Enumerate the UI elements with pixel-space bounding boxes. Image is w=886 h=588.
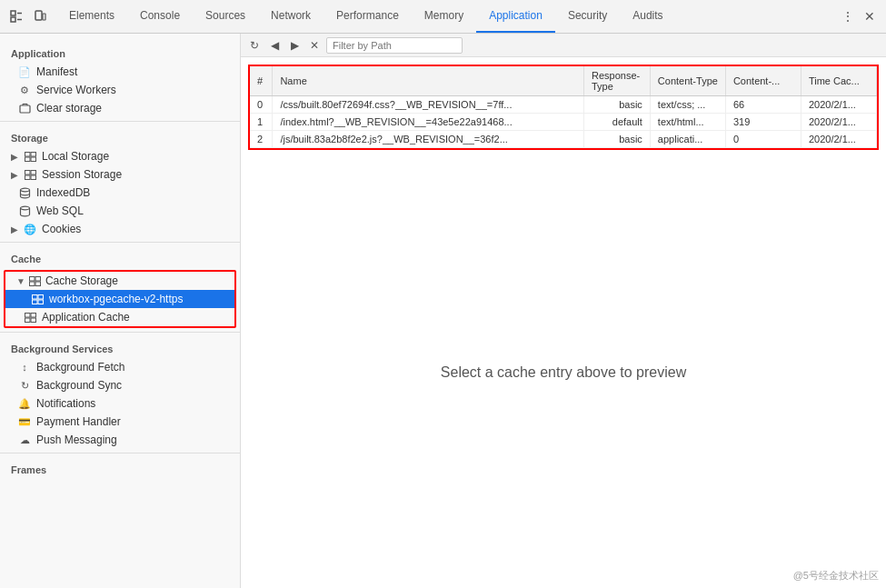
refresh-icon[interactable]: ↻ <box>246 37 263 54</box>
svg-rect-21 <box>35 276 41 281</box>
svg-point-18 <box>20 188 29 192</box>
col-header-time: Time Cac... <box>801 66 876 96</box>
svg-rect-31 <box>31 318 36 323</box>
bg-sync-icon: ↻ <box>18 379 31 392</box>
sidebar-item-web-sql[interactable]: Web SQL <box>0 202 240 220</box>
cell-time-2: 2020/2/1... <box>801 131 876 148</box>
inspect-icon[interactable] <box>7 7 25 25</box>
local-storage-chevron: ▶ <box>11 152 18 162</box>
push-messaging-label: Push Messaging <box>36 434 117 446</box>
tab-console[interactable]: Console <box>127 0 193 33</box>
col-header-content1: Content-Type <box>650 66 725 96</box>
svg-rect-13 <box>31 157 36 162</box>
sidebar-item-notifications[interactable]: 🔔 Notifications <box>0 394 240 413</box>
sidebar-group-cache-storage[interactable]: ▼ Cache Storage <box>5 272 234 290</box>
sidebar-item-app-cache[interactable]: Application Cache <box>5 308 234 326</box>
table-row[interactable]: 1 /index.html?__WB_REVISION__=43e5e22a91… <box>250 114 877 131</box>
sidebar-item-indexeddb[interactable]: IndexedDB <box>0 184 240 202</box>
bg-services-section-title: Background Services <box>0 336 240 358</box>
svg-rect-0 <box>11 11 15 15</box>
notifications-icon: 🔔 <box>18 397 31 410</box>
svg-rect-26 <box>32 300 37 304</box>
close-devtools-icon[interactable]: ✕ <box>861 7 879 25</box>
sidebar-item-payment-handler[interactable]: 💳 Payment Handler <box>0 413 240 431</box>
app-cache-icon <box>24 311 36 324</box>
svg-rect-10 <box>25 152 30 156</box>
cell-time-1: 2020/2/1... <box>801 114 876 131</box>
svg-rect-23 <box>35 282 41 286</box>
sidebar-item-local-storage[interactable]: ▶ Local Storage <box>0 147 240 165</box>
svg-rect-3 <box>11 17 15 22</box>
sidebar-item-service-workers[interactable]: ⚙ Service Workers <box>0 81 240 99</box>
tab-application[interactable]: Application <box>476 0 555 33</box>
tab-network[interactable]: Network <box>258 0 324 33</box>
svg-rect-24 <box>32 294 37 299</box>
cell-num-1: 1 <box>250 114 273 131</box>
filter-input[interactable] <box>326 37 463 54</box>
cache-storage-label: Cache Storage <box>45 274 118 287</box>
cookies-chevron: ▶ <box>11 224 18 234</box>
more-options-icon[interactable]: ⋮ <box>839 7 857 25</box>
indexeddb-icon <box>18 186 31 199</box>
back-icon[interactable]: ◀ <box>266 37 283 54</box>
watermark: @5号经金技术社区 <box>793 569 879 583</box>
delete-icon[interactable]: ✕ <box>306 37 323 54</box>
cookies-icon: 🌐 <box>24 223 36 235</box>
cell-response-0: basic <box>583 96 650 114</box>
cache-table-container: # Name Response-Type Content-Type Conten… <box>244 61 882 154</box>
svg-point-19 <box>20 206 29 210</box>
local-storage-icon <box>24 150 36 163</box>
notifications-label: Notifications <box>36 397 95 410</box>
sidebar-item-session-storage[interactable]: ▶ Session Storage <box>0 165 240 184</box>
sidebar-item-bg-sync[interactable]: ↻ Background Sync <box>0 376 240 394</box>
bg-fetch-label: Background Fetch <box>36 361 124 374</box>
sidebar-item-push-messaging[interactable]: ☁ Push Messaging <box>0 431 240 449</box>
cell-name-0: /css/built.80ef72694f.css?__WB_REVISION_… <box>273 96 584 114</box>
clear-storage-icon <box>18 102 31 115</box>
svg-rect-28 <box>25 313 30 317</box>
svg-rect-20 <box>30 276 35 281</box>
svg-rect-16 <box>25 175 30 180</box>
tab-audits[interactable]: Audits <box>620 0 675 33</box>
tab-performance[interactable]: Performance <box>324 0 412 33</box>
forward-icon[interactable]: ▶ <box>286 37 303 54</box>
tab-memory[interactable]: Memory <box>412 0 476 33</box>
table-row[interactable]: 0 /css/built.80ef72694f.css?__WB_REVISIO… <box>250 96 877 114</box>
table-header-row: # Name Response-Type Content-Type Conten… <box>250 66 877 96</box>
sidebar-item-cookies[interactable]: ▶ 🌐 Cookies <box>0 220 240 238</box>
cache-toolbar: ↻ ◀ ▶ ✕ <box>241 34 886 57</box>
payment-handler-label: Payment Handler <box>36 415 121 428</box>
cookies-label: Cookies <box>42 223 81 235</box>
clear-storage-label: Clear storage <box>36 102 102 115</box>
sidebar-item-clear-storage[interactable]: Clear storage <box>0 99 240 117</box>
toolbar-left <box>0 7 56 25</box>
svg-rect-12 <box>25 157 30 162</box>
sidebar-item-workbox-precache[interactable]: workbox-pgecache-v2-https <box>5 290 234 308</box>
tab-elements[interactable]: Elements <box>56 0 127 33</box>
cell-time-0: 2020/2/1... <box>801 96 876 114</box>
workbox-precache-label: workbox-pgecache-v2-https <box>49 293 183 305</box>
web-sql-icon <box>18 204 31 217</box>
manifest-icon: 📄 <box>18 65 31 78</box>
table-row[interactable]: 2 /js/built.83a2b8f2e2.js?__WB_REVISION_… <box>250 131 877 148</box>
tab-security[interactable]: Security <box>555 0 620 33</box>
cell-num-2: 2 <box>250 131 273 148</box>
col-header-name: Name <box>273 66 584 96</box>
tab-sources[interactable]: Sources <box>193 0 258 33</box>
device-toggle-icon[interactable] <box>31 7 49 25</box>
manifest-label: Manifest <box>36 65 77 78</box>
cell-content1-0: text/css; ... <box>650 96 725 114</box>
sidebar-item-bg-fetch[interactable]: ↕ Background Fetch <box>0 358 240 376</box>
indexeddb-label: IndexedDB <box>36 186 90 199</box>
devtools-toolbar: Elements Console Sources Network Perform… <box>0 0 886 34</box>
toolbar-right: ⋮ ✕ <box>831 7 886 25</box>
cache-section-outline: ▼ Cache Storage workbox-pgecache-v2-http… <box>4 270 236 328</box>
app-cache-label: Application Cache <box>42 311 130 324</box>
cell-response-1: default <box>583 114 650 131</box>
sidebar: Application 📄 Manifest ⚙ Service Workers… <box>0 34 241 588</box>
svg-rect-5 <box>43 14 45 20</box>
service-workers-icon: ⚙ <box>18 84 31 96</box>
session-storage-label: Session Storage <box>42 168 122 181</box>
cache-section-title: Cache <box>0 246 240 268</box>
sidebar-item-manifest[interactable]: 📄 Manifest <box>0 63 240 81</box>
